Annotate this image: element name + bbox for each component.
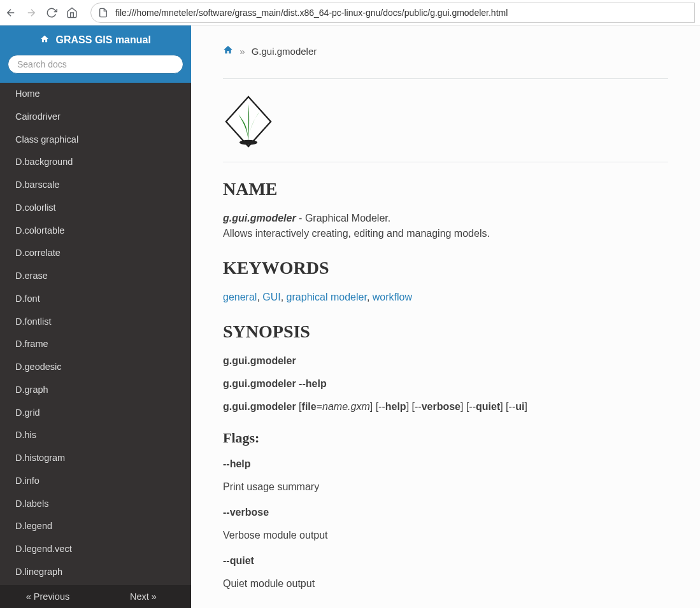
heading-flags: Flags: bbox=[223, 430, 668, 446]
sidebar-item[interactable]: D.geodesic bbox=[0, 356, 191, 379]
sidebar-item[interactable]: D.his bbox=[0, 424, 191, 447]
flag-desc: Verbose module output bbox=[223, 528, 668, 543]
sidebar-item[interactable]: D.grid bbox=[0, 402, 191, 425]
url-bar[interactable]: file:///home/mneteler/software/grass_mai… bbox=[90, 3, 695, 23]
sidebar-item[interactable]: D.fontlist bbox=[0, 311, 191, 334]
keyword-link[interactable]: graphical modeler bbox=[287, 292, 367, 302]
heading-keywords: KEYWORDS bbox=[223, 258, 668, 278]
sidebar: GRASS GIS manual HomeCairodriverClass gr… bbox=[0, 25, 191, 608]
flag-desc: Quiet module output bbox=[223, 576, 668, 591]
tool-name: g.gui.gmodeler bbox=[223, 213, 296, 223]
keyword-link[interactable]: GUI bbox=[262, 292, 280, 302]
flag-term: --verbose bbox=[223, 505, 668, 520]
sidebar-item[interactable]: D.colorlist bbox=[0, 197, 191, 220]
sidebar-item[interactable]: D.barscale bbox=[0, 174, 191, 197]
name-line: g.gui.gmodeler - Graphical Modeler. Allo… bbox=[223, 211, 668, 241]
sidebar-item[interactable]: D.colortable bbox=[0, 220, 191, 243]
browser-chrome: file:///home/mneteler/software/grass_mai… bbox=[0, 0, 700, 25]
sidebar-item[interactable]: D.frame bbox=[0, 333, 191, 356]
sidebar-header[interactable]: GRASS GIS manual bbox=[0, 25, 191, 55]
sidebar-item[interactable]: D.histogram bbox=[0, 447, 191, 470]
pagination: « Previous Next » bbox=[0, 585, 191, 608]
heading-name: NAME bbox=[223, 179, 668, 199]
content-area: » G.gui.gmodeler NAME g.gui.gmodeler - G… bbox=[191, 25, 700, 608]
sidebar-item[interactable]: D.font bbox=[0, 288, 191, 311]
sidebar-item[interactable]: Home bbox=[0, 83, 191, 106]
synopsis-line2: g.gui.gmodeler --help bbox=[223, 378, 327, 389]
breadcrumb-current: G.gui.gmodeler bbox=[252, 46, 317, 57]
flag-term: --help bbox=[223, 456, 668, 472]
heading-synopsis: SYNOPSIS bbox=[223, 322, 668, 342]
sidebar-item[interactable]: Class graphical bbox=[0, 129, 191, 152]
prev-button[interactable]: « Previous bbox=[0, 585, 96, 608]
divider bbox=[223, 162, 668, 162]
sidebar-item[interactable]: D.legend.vect bbox=[0, 538, 191, 561]
sidebar-item[interactable]: D.graph bbox=[0, 379, 191, 402]
back-icon[interactable] bbox=[5, 7, 17, 18]
sidebar-title: GRASS GIS manual bbox=[56, 34, 151, 45]
keyword-link[interactable]: workflow bbox=[373, 292, 412, 302]
sidebar-item[interactable]: D.correlate bbox=[0, 242, 191, 265]
flags-block: --helpPrint usage summary--verboseVerbos… bbox=[223, 456, 668, 591]
breadcrumb-sep: » bbox=[239, 46, 245, 57]
divider bbox=[223, 78, 668, 79]
url-text: file:///home/mneteler/software/grass_mai… bbox=[115, 8, 688, 18]
flag-term: --quiet bbox=[223, 553, 668, 569]
reload-icon[interactable] bbox=[46, 7, 57, 18]
search-input[interactable] bbox=[8, 55, 183, 74]
sidebar-item[interactable]: D.labels bbox=[0, 493, 191, 516]
flag-desc: Print usage summary bbox=[223, 479, 668, 495]
forward-icon[interactable] bbox=[25, 7, 37, 18]
nav-button-group bbox=[5, 7, 78, 18]
file-icon bbox=[97, 7, 109, 18]
keywords-line: general, GUI, graphical modeler, workflo… bbox=[223, 290, 668, 305]
sidebar-item[interactable]: D.erase bbox=[0, 265, 191, 288]
sidebar-item[interactable]: D.legend bbox=[0, 515, 191, 538]
sidebar-item[interactable]: D.linegraph bbox=[0, 561, 191, 584]
breadcrumb: » G.gui.gmodeler bbox=[223, 38, 668, 67]
grass-logo bbox=[223, 93, 274, 150]
home-icon[interactable] bbox=[66, 7, 78, 18]
sidebar-nav: HomeCairodriverClass graphicalD.backgrou… bbox=[0, 83, 191, 585]
sidebar-item[interactable]: D.background bbox=[0, 151, 191, 174]
synopsis-line3: g.gui.gmodeler [file=name.gxm] [--help] … bbox=[223, 399, 668, 414]
keyword-link[interactable]: general bbox=[223, 292, 257, 302]
next-button[interactable]: Next » bbox=[96, 585, 191, 608]
sidebar-item[interactable]: D.info bbox=[0, 470, 191, 493]
search-wrap bbox=[0, 55, 191, 83]
sidebar-item[interactable]: Cairodriver bbox=[0, 106, 191, 129]
synopsis-line1: g.gui.gmodeler bbox=[223, 355, 296, 366]
tool-desc: Allows interactively creating, editing a… bbox=[223, 228, 490, 239]
sidebar-home-icon bbox=[40, 34, 52, 45]
breadcrumb-home-icon[interactable] bbox=[223, 46, 236, 57]
svg-point-1 bbox=[239, 140, 257, 145]
